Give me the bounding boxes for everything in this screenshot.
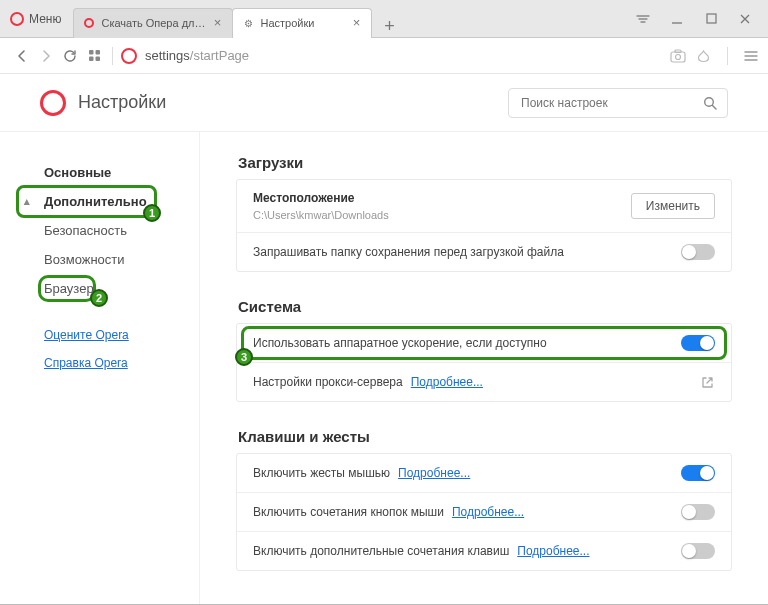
sidebar-item-advanced[interactable]: ▴ Дополнительно 1 [0, 187, 199, 216]
sidebar-item-basic[interactable]: Основные [0, 158, 199, 187]
rocker-gestures-row[interactable]: Включить сочетания кнопок мыши Подробнее… [237, 492, 731, 531]
maximize-button[interactable] [694, 4, 728, 34]
svg-rect-5 [671, 52, 685, 62]
system-panel: Использовать аппаратное ускорение, если … [236, 323, 732, 402]
sidebar-item-security[interactable]: Безопасность [0, 216, 199, 245]
sidebar-link-rate[interactable]: Оцените Opera [0, 321, 199, 349]
hw-label: Использовать аппаратное ускорение, если … [253, 336, 547, 350]
tab-label: Скачать Опера для комп [101, 17, 206, 29]
svg-rect-2 [95, 50, 100, 55]
back-button[interactable] [10, 44, 34, 68]
search-input[interactable] [519, 95, 703, 111]
opera-icon [10, 12, 24, 26]
rocker-gestures-toggle[interactable] [681, 504, 715, 520]
tab-strip: Скачать Опера для комп × ⚙ Настройки × + [73, 0, 401, 38]
ask-before-download-row[interactable]: Запрашивать папку сохранения перед загру… [237, 232, 731, 271]
address-bar: settings/startPage [0, 38, 768, 74]
close-icon[interactable]: × [210, 16, 224, 30]
tab-download-opera[interactable]: Скачать Опера для комп × [73, 8, 233, 38]
sidebar-item-features[interactable]: Возможности [0, 245, 199, 274]
gestures-panel: Включить жесты мышью Подробнее... Включи… [236, 453, 732, 571]
svg-rect-0 [707, 14, 716, 23]
close-icon[interactable]: × [349, 16, 363, 30]
proxy-settings-row[interactable]: Настройки прокси-сервера Подробнее... [237, 362, 731, 401]
opera-menu-button[interactable]: Меню [4, 6, 67, 32]
section-title-system: Система [238, 298, 732, 315]
divider [112, 47, 113, 65]
url-prefix: settings [145, 48, 190, 63]
opera-logo-icon [40, 90, 66, 116]
extra-shortcuts-row[interactable]: Включить дополнительные сочетания клавиш… [237, 531, 731, 570]
reload-button[interactable] [58, 44, 82, 68]
address-field[interactable]: settings/startPage [145, 48, 670, 63]
opera-icon [82, 16, 96, 30]
snapshot-icon[interactable] [670, 49, 686, 63]
row-label: Включить сочетания кнопок мыши [253, 505, 444, 519]
page-title: Настройки [78, 92, 508, 113]
menu-label: Меню [29, 12, 61, 26]
hardware-accel-row[interactable]: Использовать аппаратное ускорение, если … [237, 324, 731, 362]
url-suffix: /startPage [190, 48, 249, 63]
settings-content: Загрузки Местоположение C:\Users\kmwar\D… [200, 132, 768, 605]
external-link-icon [699, 374, 715, 390]
opera-icon [121, 48, 137, 64]
new-tab-button[interactable]: + [377, 14, 401, 38]
sidebar-item-label: Дополнительно [44, 194, 147, 209]
row-label: Включить жесты мышью [253, 466, 390, 480]
ask-label: Запрашивать папку сохранения перед загру… [253, 245, 564, 259]
sidebar-item-label: Безопасность [44, 223, 127, 238]
svg-rect-3 [89, 57, 94, 62]
sidebar-item-browser[interactable]: Браузер 2 [0, 274, 199, 303]
settings-header: Настройки [0, 74, 768, 132]
svg-rect-7 [675, 50, 681, 53]
tab-settings[interactable]: ⚙ Настройки × [232, 8, 372, 38]
svg-rect-4 [95, 57, 100, 62]
sidebar-item-label: Возможности [44, 252, 125, 267]
easy-setup-icon[interactable] [744, 49, 758, 63]
chevron-up-icon: ▴ [24, 195, 30, 208]
mouse-gestures-row[interactable]: Включить жесты мышью Подробнее... [237, 454, 731, 492]
downloads-panel: Местоположение C:\Users\kmwar\Downloads … [236, 179, 732, 272]
window-titlebar: Меню Скачать Опера для комп × ⚙ Настройк… [0, 0, 768, 38]
extra-shortcuts-toggle[interactable] [681, 543, 715, 559]
learn-more-link[interactable]: Подробнее... [411, 375, 483, 389]
tab-label: Настройки [260, 17, 345, 29]
learn-more-link[interactable]: Подробнее... [517, 544, 589, 558]
section-title-downloads: Загрузки [238, 154, 732, 171]
settings-search[interactable] [508, 88, 728, 118]
bookmark-icon[interactable] [696, 49, 711, 63]
annotation-badge-2: 2 [90, 289, 108, 307]
download-location-row: Местоположение C:\Users\kmwar\Downloads … [237, 180, 731, 232]
svg-rect-1 [89, 50, 94, 55]
sidebar-item-label: Браузер [44, 281, 94, 296]
sidebar-item-label: Основные [44, 165, 111, 180]
sidebar-link-help[interactable]: Справка Opera [0, 349, 199, 377]
learn-more-link[interactable]: Подробнее... [452, 505, 524, 519]
search-icon [703, 96, 717, 110]
sidebar-link-label: Оцените Opera [44, 328, 129, 342]
sidebar-link-label: Справка Opera [44, 356, 128, 370]
easy-setup-icon[interactable] [626, 4, 660, 34]
row-label: Включить дополнительные сочетания клавиш [253, 544, 509, 558]
learn-more-link[interactable]: Подробнее... [398, 466, 470, 480]
window-controls [626, 4, 768, 34]
start-page-button[interactable] [82, 44, 106, 68]
section-title-gestures: Клавиши и жесты [238, 428, 732, 445]
settings-sidebar: Основные ▴ Дополнительно 1 Безопасность … [0, 132, 200, 605]
change-location-button[interactable]: Изменить [631, 193, 715, 219]
mouse-gestures-toggle[interactable] [681, 465, 715, 481]
location-label: Местоположение [253, 191, 389, 205]
annotation-badge-3: 3 [235, 348, 253, 366]
location-path: C:\Users\kmwar\Downloads [253, 209, 389, 221]
minimize-button[interactable] [660, 4, 694, 34]
divider [727, 47, 728, 65]
gear-icon: ⚙ [241, 16, 255, 30]
close-window-button[interactable] [728, 4, 762, 34]
settings-body: Основные ▴ Дополнительно 1 Безопасность … [0, 132, 768, 605]
forward-button[interactable] [34, 44, 58, 68]
svg-point-6 [676, 54, 681, 59]
proxy-label: Настройки прокси-сервера [253, 375, 403, 389]
hardware-accel-toggle[interactable] [681, 335, 715, 351]
ask-toggle[interactable] [681, 244, 715, 260]
annotation-badge-1: 1 [143, 204, 161, 222]
